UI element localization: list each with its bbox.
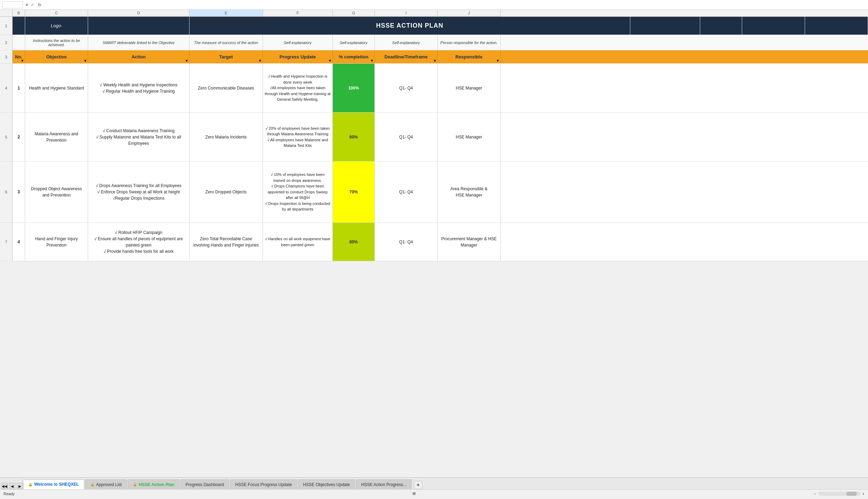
cell-1-d xyxy=(88,17,189,35)
col-header-c[interactable]: C xyxy=(25,10,88,16)
deadline-label: Deadline/Timeframe xyxy=(385,54,428,59)
cell-4-deadline[interactable]: Q1- Q4 xyxy=(375,64,438,112)
ready-status: Ready xyxy=(3,492,15,496)
formula-bar: O16 ✕ ✓ fx xyxy=(0,0,868,10)
cell-6-responsible[interactable]: Area Responsible &HSE Manager xyxy=(438,162,501,222)
tab-nav-first[interactable]: ◀◀ xyxy=(1,483,8,489)
tab-approved[interactable]: 🔒 Approved List xyxy=(85,479,127,489)
cell-4-progress[interactable]: √ Health and Hygiene Inspection is done … xyxy=(263,64,333,112)
cell-progress-header[interactable]: Progress Update ▼ xyxy=(263,50,333,63)
tab-progress-label: Progress Dashboard xyxy=(186,482,224,487)
action-filter-btn[interactable]: ▼ xyxy=(185,59,188,63)
cell-7-action[interactable]: √ Rollout HFIP Campaign√ Ensure all hand… xyxy=(88,223,189,261)
cell-action-header[interactable]: Action ▼ xyxy=(88,50,189,63)
cell-1-f xyxy=(630,17,700,35)
cell-objective-header[interactable]: Objective ▼ xyxy=(25,50,88,63)
cell-deadline-header[interactable]: Deadline/Timeframe ▼ xyxy=(375,50,438,63)
cell-6-completion[interactable]: 70% xyxy=(333,162,375,222)
tab-nav-next[interactable]: ▶ xyxy=(17,483,23,489)
tab-progress[interactable]: Progress Dashboard xyxy=(180,479,229,489)
target-filter-btn[interactable]: ▼ xyxy=(258,59,262,63)
cell-6-objective[interactable]: Dropped Object Awareness and Prevention xyxy=(25,162,88,222)
col-header-e[interactable]: E xyxy=(189,10,263,16)
cell-2-f: Self-explanatory xyxy=(263,35,333,50)
cell-5-action[interactable]: √ Conduct Malaria Awareness Training√ Su… xyxy=(88,113,189,161)
cell-reference[interactable]: O16 xyxy=(2,1,23,8)
col-header-j[interactable]: J xyxy=(438,10,501,16)
data-row-1: 4 1 Health and Hygiene Standard √ Weekly… xyxy=(0,64,868,113)
no-filter-btn[interactable]: ▼ xyxy=(21,59,24,63)
cell-5-no[interactable]: 2 xyxy=(13,113,25,161)
cell-target-header[interactable]: Target ▼ xyxy=(189,50,263,63)
responsible-filter-btn[interactable]: ▼ xyxy=(496,59,500,63)
tab-hsse-action[interactable]: 🔒 HSSE Action Plan xyxy=(128,479,180,489)
cell-7-target[interactable]: Zero Total Recordable Case involving Han… xyxy=(189,223,263,261)
data-row-2: 5 2 Malaria Awareness and Prevention √ C… xyxy=(0,113,868,162)
tab-nav-prev[interactable]: ◀ xyxy=(9,483,15,489)
tab-action-progress[interactable]: HSSE Action Progress... xyxy=(356,479,412,489)
cell-6-progress[interactable]: √ 10% of employees have been trained on … xyxy=(263,162,333,222)
cell-completion-header[interactable]: % completion ▼ xyxy=(333,50,375,63)
row-num-6: 6 xyxy=(0,162,13,222)
cell-6-target[interactable]: Zero Dropped Objects xyxy=(189,162,263,222)
cell-7-no[interactable]: 4 xyxy=(13,223,25,261)
zoom-in-icon[interactable]: + xyxy=(862,492,865,496)
confirm-icon[interactable]: ✓ xyxy=(31,2,34,7)
col-header-i[interactable]: I xyxy=(375,10,438,16)
row-num-4: 4 xyxy=(0,64,13,112)
tab-hsse-focus-label: HSSE Focus Progress Update xyxy=(235,482,292,487)
add-tab-button[interactable]: + xyxy=(414,481,422,489)
col-header-f[interactable]: F xyxy=(263,10,333,16)
col-header-b[interactable]: B xyxy=(13,10,25,16)
cell-4-responsible[interactable]: HSE Manager xyxy=(438,64,501,112)
zoom-track[interactable] xyxy=(818,492,860,496)
tab-welcome[interactable]: 🔒 Welcome to SHEQXEL xyxy=(23,479,84,489)
tab-hsse-focus[interactable]: HSSE Focus Progress Update xyxy=(230,479,297,489)
cell-5-progress[interactable]: √ 20% of employees have been taken throu… xyxy=(263,113,333,161)
instruction-row: 2 Instructions the action to be achieved… xyxy=(0,35,868,50)
fx-icon: fx xyxy=(38,2,41,7)
col-header-g[interactable]: G xyxy=(333,10,375,16)
tab-objectives-label: HSSE Objectives Update xyxy=(303,482,350,487)
page-title: HSSE ACTION PLAN xyxy=(376,22,443,29)
cell-7-responsible[interactable]: Procurement Manager & HSE Manager xyxy=(438,223,501,261)
cell-5-deadline[interactable]: Q1- Q4 xyxy=(375,113,438,161)
status-bar: Ready ⊞ − + xyxy=(0,489,868,498)
zoom-out-icon[interactable]: − xyxy=(814,492,816,496)
cell-6-deadline[interactable]: Q1- Q4 xyxy=(375,162,438,222)
cell-6-action[interactable]: √ Drops Awareness Training for all Emplo… xyxy=(88,162,189,222)
cell-7-progress[interactable]: √ Handles on all work equipment have bee… xyxy=(263,223,333,261)
cell-5-target[interactable]: Zero Malaria Incidents xyxy=(189,113,263,161)
cell-4-target[interactable]: Zero Communicable Diseases xyxy=(189,64,263,112)
cell-7-objective[interactable]: Hand and Finger Injury Prevention xyxy=(25,223,88,261)
cell-5-responsible[interactable]: HSE Manager xyxy=(438,113,501,161)
cell-6-no[interactable]: 3 xyxy=(13,162,25,222)
cell-4-no[interactable]: 1 xyxy=(13,64,25,112)
progress-label: Progress Update xyxy=(279,54,316,59)
col-header-d[interactable]: D xyxy=(88,10,189,16)
cell-2-d: SMART deliverable linked to the Objectiv… xyxy=(88,35,189,50)
completion-filter-btn[interactable]: ▼ xyxy=(370,59,374,63)
cell-4-action[interactable]: √ Weekly Health and Hygiene Inspections√… xyxy=(88,64,189,112)
cell-logo: Logo· xyxy=(25,17,88,35)
cell-7-deadline[interactable]: Q1- Q4 xyxy=(375,223,438,261)
responsible-label: Responsible xyxy=(455,54,482,59)
objective-filter-btn[interactable]: ▼ xyxy=(84,59,87,63)
cell-7-completion[interactable]: 80% xyxy=(333,223,375,261)
cell-4-objective[interactable]: Health and Hygiene Standard xyxy=(25,64,88,112)
corner-cell xyxy=(0,10,13,16)
completion-label: % completion xyxy=(339,54,368,59)
zoom-area[interactable]: − + xyxy=(814,492,865,496)
cell-responsible-header[interactable]: Responsible ▼ xyxy=(438,50,501,63)
cell-4-completion[interactable]: 100% xyxy=(333,64,375,112)
cell-5-completion[interactable]: 80% xyxy=(333,113,375,161)
zoom-thumb xyxy=(846,492,857,496)
cancel-icon[interactable]: ✕ xyxy=(25,2,29,7)
progress-filter-btn[interactable]: ▼ xyxy=(328,59,332,63)
cell-5-objective[interactable]: Malaria Awareness and Prevention xyxy=(25,113,88,161)
row-num-3: 3 xyxy=(0,50,13,63)
grid-body: 1 Logo· HSSE ACTION PLAN 2 Instructions … xyxy=(0,17,868,261)
deadline-filter-btn[interactable]: ▼ xyxy=(433,59,437,63)
cell-no-header[interactable]: No. ▼ xyxy=(13,50,25,63)
tab-objectives[interactable]: HSSE Objectives Update xyxy=(298,479,355,489)
